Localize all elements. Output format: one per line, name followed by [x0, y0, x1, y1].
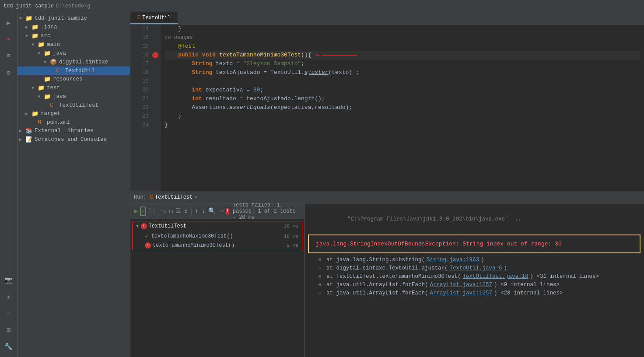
arrow-project-root: ▼	[19, 16, 25, 21]
tree-item-java-main[interactable]: ▼ 📁 java	[18, 49, 130, 58]
pass-icon-0: ✓	[145, 232, 148, 240]
stack-line-3: ⊕ at java.util.ArrayList.forEach(ArrayLi…	[318, 281, 640, 289]
down-button[interactable]: ↓	[201, 206, 206, 217]
stack-link-1[interactable]: TextoUtil.java:6	[450, 264, 502, 273]
tree-item-src[interactable]: ▼ 📁 src	[18, 32, 130, 40]
expand-btn-3[interactable]: ⊕	[318, 281, 325, 289]
tree-item-idea[interactable]: ▶ 📁 .idea	[18, 23, 130, 32]
stop-button[interactable]: ⬛	[148, 206, 155, 217]
code-line-18: String textoAjustado = TextoUtil.ajustar…	[164, 68, 640, 77]
folder-icon-target: 📁	[32, 110, 39, 117]
stack-line-0: ⊕ at java.lang.String.substring(String.j…	[318, 256, 640, 264]
stack-line-2: ⊕ at TextUtilTest.textoTamanhoMinimo30Te…	[318, 273, 640, 281]
run-tab-active[interactable]: C TextUtilTest ✕	[150, 194, 197, 200]
expand-btn-2[interactable]: ⊕	[318, 273, 325, 281]
separator-2	[191, 207, 192, 216]
run-icon-sidebar[interactable]: ▶	[2, 16, 16, 30]
expand-btn-4[interactable]: ⊕	[318, 289, 325, 298]
test-suite-container: ▼ ! TextUtilTest 20 ms ✓ textoTamanhoMax…	[132, 221, 302, 250]
stack-link-4[interactable]: ArrayList.java:1257	[430, 289, 493, 298]
settings-icon-sidebar[interactable]: ⚙	[2, 66, 16, 80]
folder-icon-main: 📁	[38, 41, 46, 48]
stack-link-0[interactable]: String.java:1963	[427, 256, 479, 264]
suite-expand-arrow: ▼	[136, 224, 139, 229]
stack-text-3: at java.util.ArrayList.forEach(	[326, 281, 428, 289]
tree-item-digytal[interactable]: ▼ 📦 digytal.sintaxe	[18, 58, 130, 66]
tree-item-target[interactable]: ▶ 📁 target	[18, 109, 130, 118]
code-line-20: int expectativa = 30;	[164, 86, 640, 94]
folder-icon-java-main: 📁	[44, 50, 52, 57]
tree-item-test[interactable]: ▼ 📁 test	[18, 84, 130, 92]
tree-item-ext-libs[interactable]: ▶ 📚 External Libraries	[18, 126, 130, 135]
stack-suffix-0: )	[481, 256, 484, 264]
xml-icon-pom: M	[38, 119, 46, 126]
line-num-20: 20	[134, 86, 149, 94]
test-row-1[interactable]: ! textoTamanhoMinimo30Test() 2 ms	[133, 241, 302, 250]
check-button[interactable]: ✓	[140, 206, 146, 216]
tree-item-main[interactable]: ▼ 📁 main	[18, 40, 130, 49]
tree-item-textoUtil[interactable]: C TextoUtil	[18, 66, 130, 75]
tree-item-textoUtilTest[interactable]: C TextUtilTest	[18, 101, 130, 109]
label-resources: resources	[53, 76, 83, 82]
star-icon-sidebar[interactable]: ★	[2, 290, 16, 304]
up-button[interactable]: ↑	[194, 206, 199, 217]
separator-1	[158, 207, 158, 216]
package-icon-digytal: 📦	[50, 59, 58, 66]
editor-tabs: C TextoUtil	[130, 12, 644, 24]
arrow-icon-sidebar[interactable]: →	[2, 306, 16, 320]
stack-suffix-1: )	[504, 264, 508, 273]
stack-suffix-3: ) <9 internal lines>	[494, 281, 560, 289]
scratch-icon: 📝	[25, 136, 33, 143]
camera-icon-sidebar[interactable]: 📷	[2, 273, 16, 287]
code-line-22: Assertions.assertEquals(expectativa,resu…	[164, 103, 640, 112]
no-usages-label: no usages	[164, 33, 640, 42]
run-content: ▶ ✓ ⬛ ↑↓ ↑↓ ☰ ⇕ ↑ ↓ 🔍 »	[130, 203, 644, 357]
code-editor: 14 15 15 16 17 18 19 20 21 22 23 24	[130, 24, 644, 191]
file-tree-sidebar: ▼ 📁 tdd-junit-sample ▶ 📁 .idea ▼ 📁 src	[18, 12, 130, 357]
expand-btn-1[interactable]: ⊕	[318, 264, 325, 273]
line-num-15a: 15	[134, 33, 149, 42]
label-target: target	[41, 111, 60, 117]
run-tab-name: TextUtilTest	[155, 194, 192, 200]
stack-link-3[interactable]: ArrayList.java:1257	[430, 281, 493, 289]
tree-item-pom[interactable]: M pom.xml	[18, 118, 130, 126]
run-left-panel: ▶ ✓ ⬛ ↑↓ ↑↓ ☰ ⇕ ↑ ↓ 🔍 »	[130, 203, 304, 357]
tree-item-resources[interactable]: 📁 resources	[18, 75, 130, 84]
folder-icon-resources: 📁	[44, 76, 52, 83]
stack-text-2: at TextUtilTest.textoTamanhoMinimo30Test…	[326, 273, 461, 281]
run-toolbar: ▶ ✓ ⬛ ↑↓ ↑↓ ☰ ⇕ ↑ ↓ 🔍 »	[130, 203, 304, 219]
arrow-src: ▼	[25, 34, 32, 38]
suite-fail-icon: !	[141, 223, 147, 229]
label-idea: .idea	[41, 24, 57, 30]
test-suite-header[interactable]: ▼ ! TextUtilTest 20 ms	[133, 221, 302, 231]
run-label: Run:	[134, 194, 147, 200]
error-box: java.lang.StringIndexOutOfBoundsExceptio…	[308, 234, 640, 253]
tree-view: ▼ 📁 tdd-junit-sample ▶ 📁 .idea ▼ 📁 src	[18, 12, 130, 357]
label-java-test: java	[53, 94, 66, 100]
sort-duration-button[interactable]: ↑↓	[168, 206, 174, 217]
tree-item-project-root[interactable]: ▼ 📁 tdd-junit-sample	[18, 14, 130, 23]
debug-icon-sidebar[interactable]: ●	[2, 32, 16, 46]
test-row-0[interactable]: ✓ textoTamanhoMaximo30Test() 18 ms	[133, 231, 302, 241]
close-tab-icon[interactable]: ✕	[194, 194, 197, 200]
line-num-17: 17	[134, 60, 149, 68]
line-num-18: 18	[134, 68, 149, 77]
error-message: java.lang.StringIndexOutOfBoundsExceptio…	[316, 240, 633, 248]
tab-textoUtil[interactable]: C TextoUtil	[130, 12, 178, 24]
structure-icon-sidebar[interactable]: ≡	[2, 49, 16, 63]
run-button[interactable]: ▶	[133, 206, 138, 217]
wrench-icon-sidebar[interactable]: 🔧	[2, 340, 16, 354]
label-src: src	[41, 33, 51, 39]
expand-btn-0[interactable]: ⊕	[318, 256, 325, 264]
sort-alpha-button[interactable]: ↑↓	[161, 206, 166, 217]
line-num-16: 16	[134, 51, 149, 60]
label-java-main: java	[53, 50, 66, 56]
search-button[interactable]: 🔍	[208, 206, 216, 217]
tree-item-scratches[interactable]: ▶ 📝 Scratches and Consoles	[18, 135, 130, 144]
tree-item-java-test[interactable]: ▼ 📁 java	[18, 92, 130, 101]
plugin-icon-sidebar[interactable]: ⊞	[2, 323, 16, 337]
stack-text-1: at digytal.sintaxe.TextoUtil.ajustar(	[326, 264, 448, 273]
stack-link-2[interactable]: TextUtilTest.java:18	[463, 273, 528, 281]
expand-button[interactable]: ⇕	[183, 206, 188, 217]
filter-button[interactable]: ☰	[175, 206, 181, 217]
